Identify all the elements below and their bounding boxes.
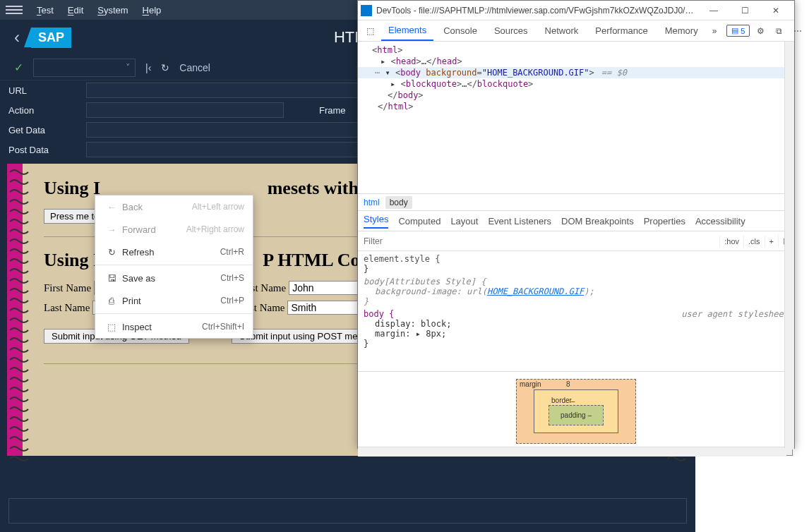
tab-sources[interactable]: Sources [487, 21, 535, 40]
url-label: URL [8, 85, 86, 96]
back-arrow-icon: ← [104, 202, 119, 212]
check-icon[interactable]: ✓ [14, 61, 23, 74]
postdata-label: Post Data [8, 145, 86, 155]
save-icon: 🖫 [104, 273, 119, 284]
crumb-html[interactable]: html [364, 198, 380, 207]
stab-properties[interactable]: Properties [644, 216, 685, 226]
first-page-icon[interactable]: |‹ [145, 62, 151, 73]
sap-logo: SAP [31, 28, 71, 48]
menu-system[interactable]: System [97, 5, 128, 16]
devtools-title: DevTools - file:///SAPHTMLP://htmlviewer… [376, 6, 698, 16]
devtools-window: DevTools - file:///SAPHTMLP://htmlviewer… [357, 0, 795, 449]
stab-computed[interactable]: Computed [398, 216, 441, 226]
styles-filter-bar: :hov .cls + ◨ [358, 231, 794, 251]
cancel-button[interactable]: Cancel [179, 62, 210, 73]
refresh-icon[interactable]: ↻ [161, 62, 169, 73]
box-model: margin8 border – padding – [358, 371, 794, 447]
tab-performance[interactable]: Performance [588, 21, 654, 40]
tab-network[interactable]: Network [538, 21, 586, 40]
devtools-tabs: ⬚ Elements Console Sources Network Perfo… [358, 20, 794, 42]
cls-button[interactable]: .cls [743, 236, 765, 247]
stab-listeners[interactable]: Event Listeners [488, 216, 551, 226]
context-menu: ←BackAlt+Left arrow →ForwardAlt+Right ar… [95, 195, 253, 339]
menu-edit[interactable]: Edit [68, 5, 83, 16]
styles-filter-input[interactable] [358, 234, 719, 249]
forward-arrow-icon: → [104, 224, 119, 235]
device-icon[interactable]: ⧉ [772, 23, 786, 39]
frame-label: Frame [319, 105, 346, 116]
ctx-saveas[interactable]: 🖫Save asCtrl+S [95, 267, 253, 289]
ctx-sep-2 [95, 313, 253, 314]
v-scrollbar[interactable] [784, 42, 794, 448]
fname-label-1: First Name [44, 282, 91, 294]
styles-body[interactable]: element.style { } body[Attributes Style]… [358, 251, 794, 371]
tab-memory[interactable]: Memory [658, 21, 705, 40]
menu-help[interactable]: Help [143, 5, 162, 16]
minimize-button[interactable]: — [698, 1, 729, 20]
selected-element[interactable]: ⋯ ▾ <body background="HOME_BACKGROUND.GI… [358, 67, 794, 78]
devtools-titlebar[interactable]: DevTools - file:///SAPHTMLP://htmlviewer… [358, 1, 794, 20]
devtools-app-icon [361, 5, 372, 16]
bg-image-link[interactable]: HOME_BACKGROUND.GIF [487, 286, 584, 296]
ctx-back[interactable]: ←BackAlt+Left arrow [95, 195, 253, 218]
tab-console[interactable]: Console [436, 21, 484, 40]
hamburger-icon[interactable] [6, 1, 23, 18]
stab-layout[interactable]: Layout [450, 216, 478, 226]
ctx-forward[interactable]: →ForwardAlt+Right arrow [95, 218, 253, 241]
h-scrollbar[interactable] [358, 447, 794, 457]
ctx-sep-1 [95, 265, 253, 265]
hov-button[interactable]: :hov [719, 236, 743, 247]
element-picker-icon[interactable]: ⬚ [362, 23, 378, 39]
more-icon[interactable]: ⋯ [789, 23, 806, 39]
close-button[interactable]: ✕ [760, 1, 791, 20]
action-input[interactable] [86, 102, 284, 118]
issues-badge[interactable]: ▤ 5 [726, 25, 750, 37]
styles-tabs: Styles Computed Layout Event Listeners D… [358, 210, 794, 231]
inspect-icon: ⬚ [104, 322, 119, 332]
print-icon: ⎙ [104, 296, 119, 306]
ctx-print[interactable]: ⎙PrintCtrl+P [95, 289, 253, 312]
refresh-circle-icon: ↻ [104, 247, 119, 258]
lname-label-1: Last Name [44, 302, 90, 313]
elements-panel[interactable]: <html> ▸ <head>…</head> ⋯ ▾ <body backgr… [358, 42, 794, 193]
maximize-button[interactable]: ☐ [729, 1, 760, 20]
action-label: Action [8, 105, 86, 116]
stab-dombreak[interactable]: DOM Breakpoints [561, 216, 634, 226]
ctx-refresh[interactable]: ↻RefreshCtrl+R [95, 241, 253, 263]
tab-elements[interactable]: Elements [381, 20, 433, 41]
gear-icon[interactable]: ⚙ [753, 23, 769, 39]
toolbar-dropdown[interactable]: ˅ [33, 59, 136, 77]
stab-styles[interactable]: Styles [364, 214, 388, 229]
add-rule-button[interactable]: + [765, 236, 778, 247]
dom-breadcrumb: html body [358, 193, 794, 210]
menu-test[interactable]: Test [37, 5, 54, 16]
ctx-inspect[interactable]: ⬚InspectCtrl+Shift+I [95, 315, 253, 338]
status-bar [8, 498, 687, 524]
crumb-body[interactable]: body [385, 196, 412, 209]
getdata-label: Get Data [8, 125, 86, 135]
back-button[interactable]: ‹ [14, 28, 20, 47]
more-tabs-icon[interactable]: » [708, 23, 721, 39]
stab-accessibility[interactable]: Accessibility [695, 216, 745, 226]
spiral-left [7, 164, 23, 456]
